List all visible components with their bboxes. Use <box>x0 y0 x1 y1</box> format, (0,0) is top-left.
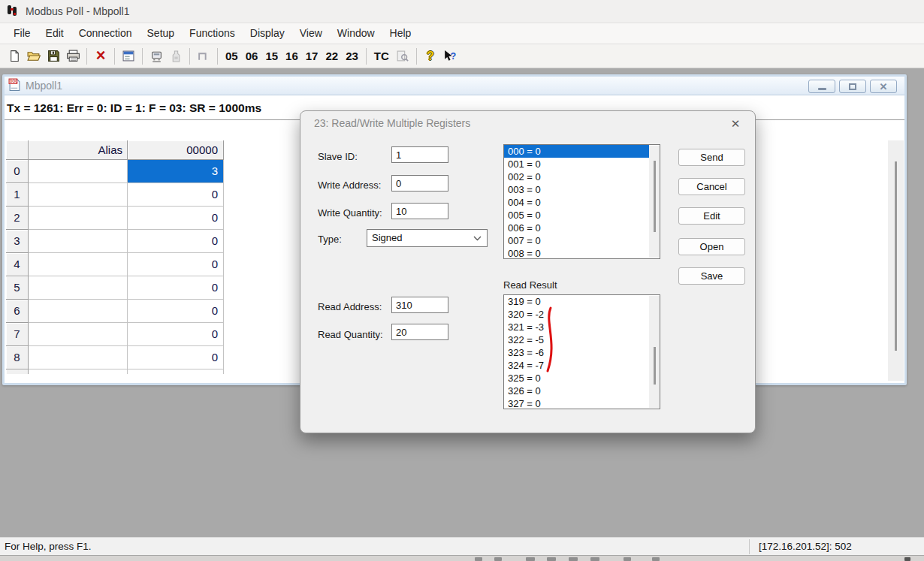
menu-window[interactable]: Window <box>330 23 382 44</box>
alias-cell[interactable] <box>29 300 128 323</box>
communication-traffic-icon[interactable] <box>146 47 166 66</box>
alias-cell[interactable] <box>29 253 128 276</box>
print-icon[interactable] <box>63 47 83 66</box>
alias-cell[interactable] <box>29 323 128 346</box>
type-dropdown[interactable]: Signed <box>367 229 488 247</box>
menu-file[interactable]: File <box>6 23 38 44</box>
scrollbar-thumb[interactable] <box>895 161 897 351</box>
cancel-button[interactable]: Cancel <box>678 178 745 195</box>
value-cell[interactable]: 0 <box>128 183 224 207</box>
row-header[interactable]: 6 <box>6 300 29 323</box>
list-item[interactable]: 002 = 0 <box>504 170 660 183</box>
open-button[interactable]: Open <box>678 238 745 255</box>
send-button[interactable]: Send <box>678 149 745 166</box>
list-item[interactable]: 008 = 0 <box>504 247 660 259</box>
list-item[interactable]: 323 = -6 <box>504 346 660 359</box>
row-header[interactable]: 2 <box>6 207 29 230</box>
grid-header-alias: Alias <box>29 140 128 160</box>
save-icon[interactable] <box>44 47 63 66</box>
menu-display[interactable]: Display <box>243 23 292 44</box>
function-17-button[interactable]: 17 <box>302 50 322 62</box>
menu-setup[interactable]: Setup <box>140 23 183 44</box>
context-help-icon[interactable]: ? <box>440 47 460 66</box>
value-cell[interactable]: 0 <box>128 346 224 369</box>
status-panel-divider <box>749 539 750 554</box>
alias-cell[interactable] <box>29 346 128 369</box>
menu-functions[interactable]: Functions <box>182 23 243 44</box>
child-minimize-button[interactable] <box>808 80 835 93</box>
menu-connection[interactable]: Connection <box>71 23 140 44</box>
read-quantity-field[interactable] <box>391 324 448 340</box>
dialog-close-icon[interactable]: ✕ <box>728 116 743 131</box>
child-title-bar[interactable]: DOC Mbpoll1 ✕ <box>5 77 904 95</box>
toolbar-separator <box>142 48 143 65</box>
write-address-field[interactable] <box>391 175 448 192</box>
open-file-icon[interactable] <box>24 47 44 66</box>
function-06-button[interactable]: 06 <box>242 50 262 62</box>
alias-cell[interactable] <box>29 160 128 183</box>
list-item[interactable]: 324 = -7 <box>504 359 660 372</box>
value-cell-selected[interactable]: 3 <box>128 160 224 183</box>
read-list-scrollbar[interactable] <box>649 296 660 408</box>
read-address-field[interactable] <box>391 297 448 313</box>
function-16-button[interactable]: 16 <box>282 50 302 62</box>
display-setup-icon[interactable] <box>119 47 138 66</box>
child-vertical-scrollbar[interactable] <box>888 140 904 381</box>
child-close-button[interactable]: ✕ <box>870 80 897 93</box>
function-22-button[interactable]: 22 <box>322 50 342 62</box>
function-05-button[interactable]: 05 <box>222 50 242 62</box>
value-cell[interactable]: 0 <box>128 300 224 323</box>
row-header[interactable]: 0 <box>6 160 29 183</box>
row-header[interactable]: 5 <box>6 276 29 300</box>
list-item[interactable]: 326 = 0 <box>504 385 660 397</box>
menu-edit[interactable]: Edit <box>38 23 71 44</box>
list-item-selected[interactable]: 000 = 0 <box>504 145 649 158</box>
row-header[interactable]: 4 <box>6 253 29 276</box>
list-item[interactable]: 320 = -2 <box>504 308 660 321</box>
row-header[interactable]: 3 <box>6 230 29 253</box>
row-header[interactable]: 8 <box>6 346 29 369</box>
value-cell[interactable]: 0 <box>128 323 224 346</box>
alias-cell[interactable] <box>29 276 128 300</box>
list-item[interactable]: 319 = 0 <box>504 295 660 308</box>
new-file-icon[interactable] <box>5 47 24 66</box>
list-item[interactable]: 321 = -3 <box>504 321 660 333</box>
test-center-button[interactable]: TC <box>370 50 393 62</box>
list-item[interactable]: 327 = 0 <box>504 397 660 409</box>
list-item[interactable]: 004 = 0 <box>504 196 660 209</box>
value-cell[interactable]: 0 <box>128 230 224 253</box>
list-item[interactable]: 007 = 0 <box>504 234 660 247</box>
write-quantity-field[interactable] <box>391 203 448 219</box>
write-values-list[interactable]: 000 = 0 001 = 0 002 = 0 003 = 0 004 = 0 … <box>503 144 660 259</box>
list-item[interactable]: 006 = 0 <box>504 222 660 234</box>
alias-cell[interactable] <box>29 183 128 207</box>
save-button[interactable]: Save <box>678 267 745 285</box>
menu-help[interactable]: Help <box>382 23 419 44</box>
list-item[interactable]: 322 = -5 <box>504 333 660 346</box>
list-item[interactable]: 325 = 0 <box>504 372 660 385</box>
grid-header-row: Alias 00000 <box>6 140 224 160</box>
alias-cell[interactable] <box>29 207 128 230</box>
list-item[interactable]: 003 = 0 <box>504 183 660 196</box>
status-bar: For Help, press F1. [172.16.201.52]: 502 <box>0 537 924 555</box>
value-cell[interactable]: 0 <box>128 253 224 276</box>
edit-button[interactable]: Edit <box>678 207 745 225</box>
value-cell[interactable]: 0 <box>128 207 224 230</box>
function-23-button[interactable]: 23 <box>342 50 362 62</box>
value-cell[interactable]: 0 <box>128 276 224 300</box>
list-item[interactable]: 001 = 0 <box>504 158 660 170</box>
scrollbar-thumb[interactable] <box>654 161 656 232</box>
list-item[interactable]: 005 = 0 <box>504 209 660 222</box>
help-icon[interactable]: ? <box>421 47 440 66</box>
alias-cell[interactable] <box>29 230 128 253</box>
function-15-button[interactable]: 15 <box>261 50 282 62</box>
menu-view[interactable]: View <box>292 23 330 44</box>
slave-id-field[interactable] <box>391 146 448 163</box>
row-header[interactable]: 7 <box>6 323 29 346</box>
write-list-scrollbar[interactable] <box>649 146 660 258</box>
row-header[interactable]: 1 <box>6 183 29 207</box>
disconnect-icon[interactable]: ✕ <box>91 47 110 66</box>
child-maximize-button[interactable] <box>839 80 866 93</box>
scrollbar-thumb[interactable] <box>654 347 656 385</box>
read-result-list[interactable]: 319 = 0 320 = -2 321 = -3 322 = -5 323 =… <box>503 294 660 409</box>
